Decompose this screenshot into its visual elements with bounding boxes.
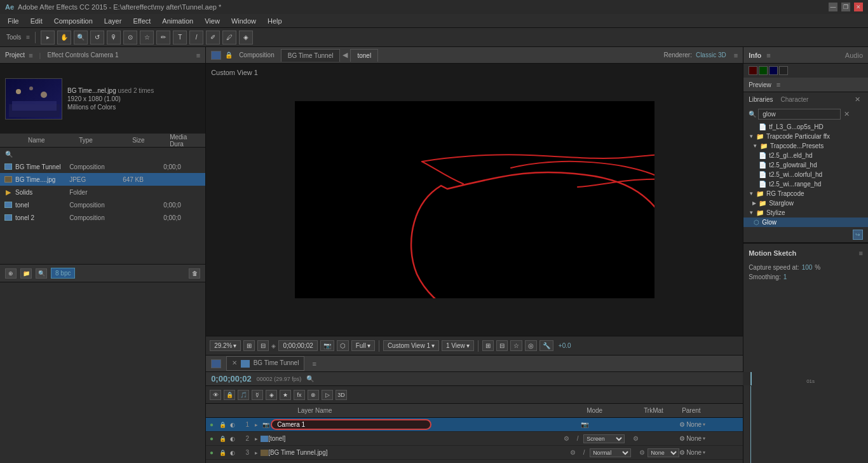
menu-help[interactable]: Help: [262, 16, 287, 26]
glow-apply-button[interactable]: ↪: [853, 230, 863, 240]
orbit-tool[interactable]: ⊙: [123, 31, 137, 45]
color-btn[interactable]: ⬡: [337, 340, 349, 351]
clone-tool[interactable]: ✐: [206, 31, 220, 45]
tl-quality-btn[interactable]: ★: [280, 390, 291, 400]
layer-visibility-tonel[interactable]: ●: [206, 435, 217, 442]
tl-adj-btn[interactable]: ▷: [322, 390, 333, 400]
view-select[interactable]: Custom View 1: [383, 340, 439, 351]
camera-icon-btn[interactable]: 📷: [320, 340, 334, 351]
new-item-button[interactable]: ⊕: [5, 268, 17, 279]
project-item-tonel[interactable]: tonel Composition 0;00;0: [0, 198, 205, 211]
lib-item-stylize[interactable]: ▼ 📁 Stylize: [743, 208, 868, 218]
lib-item-glowtrail[interactable]: 📄 t2.5_glowtrail_hd: [743, 160, 868, 170]
tl-lock-btn[interactable]: 🔒: [224, 390, 235, 400]
hand-tool[interactable]: ✋: [57, 31, 71, 45]
tab-bg-time-tunnel[interactable]: BG Time Tunnel: [281, 49, 341, 62]
new-folder-button[interactable]: 📁: [20, 268, 32, 279]
tl-3d-btn[interactable]: 3D: [336, 390, 347, 400]
project-item-solids[interactable]: ▶ Solids Folder: [0, 186, 205, 198]
menu-animation[interactable]: Animation: [157, 16, 198, 26]
zoom-tool[interactable]: 🔍: [74, 31, 88, 45]
lib-item-glow[interactable]: ⬡ Glow: [743, 218, 868, 227]
menu-effect[interactable]: Effect: [128, 16, 156, 26]
titlebar-controls[interactable]: — ❐ ✕: [829, 3, 863, 11]
grid-button[interactable]: ⊟: [257, 340, 269, 351]
resolution-control[interactable]: ⊞: [243, 340, 255, 351]
full-resolution-btn[interactable]: Full: [351, 340, 375, 351]
search-button[interactable]: 🔍: [36, 268, 47, 279]
brush-tool[interactable]: /: [189, 31, 203, 45]
restore-button[interactable]: ❐: [841, 3, 850, 11]
layer-lock-bg[interactable]: 🔒: [217, 450, 227, 456]
layer-mode-select-bg[interactable]: Normal Screen: [590, 448, 631, 457]
trk-mat-select-bg[interactable]: None: [648, 448, 679, 457]
layer-row-bg[interactable]: ● 🔒 ◐ 3 ▸ [BG Time Tunnel.jpg] ⚙ / Norma: [206, 446, 743, 460]
lib-item-tf-l3[interactable]: 📄 tf_L3_G...op5s_HD: [743, 122, 868, 132]
mask-tool[interactable]: ☆: [140, 31, 154, 45]
layer-row-tonel[interactable]: ● 🔒 ◐ 2 ▸ [tonel] ⚙ / Screen: [206, 432, 743, 446]
tl-collapse-btn[interactable]: ◈: [266, 390, 277, 400]
timeline-tab-tonel[interactable]: ✕ BG Time Tunnel: [226, 356, 304, 370]
layer-row-camera[interactable]: ● 🔒 ◐ 1 ▸ 📷 Camera 1 📷: [206, 418, 743, 432]
search-timeline-icon[interactable]: 🔍: [306, 375, 314, 382]
camera-ctrl-5[interactable]: 🔧: [539, 340, 553, 351]
renderer-value[interactable]: Classic 3D: [696, 52, 726, 59]
timecode-control[interactable]: 0;00;00;02: [278, 340, 317, 351]
libraries-close-icon[interactable]: ✕: [852, 95, 863, 104]
bpc-badge[interactable]: 8 bpc: [51, 268, 75, 279]
preview-menu-icon[interactable]: ≡: [776, 81, 780, 88]
text-tool[interactable]: T: [173, 31, 187, 45]
capture-speed-value[interactable]: 100: [802, 264, 813, 271]
comp-menu-icon[interactable]: ≡: [734, 52, 738, 59]
layer-solo-tonel[interactable]: ◐: [227, 436, 238, 442]
layer-lock-camera[interactable]: 🔒: [217, 422, 227, 428]
info-menu-icon[interactable]: ≡: [766, 52, 770, 59]
rotate-tool[interactable]: ↺: [90, 31, 104, 45]
layer-expand-camera[interactable]: ▸: [252, 422, 261, 428]
camera-ctrl-2[interactable]: ⊟: [496, 340, 508, 351]
menu-edit[interactable]: Edit: [25, 16, 48, 26]
layer-visibility-bg[interactable]: ●: [206, 449, 217, 456]
layer-name-tonel[interactable]: [tonel]: [268, 435, 414, 442]
menu-file[interactable]: File: [3, 16, 24, 26]
smoothing-value[interactable]: 1: [783, 273, 787, 280]
lib-item-t2-gleld[interactable]: 📄 t2.5_gl...eld_hd: [743, 151, 868, 160]
search-clear-icon[interactable]: ✕: [844, 110, 850, 118]
layer-visibility-camera[interactable]: ●: [206, 421, 217, 428]
project-item-selected[interactable]: BG Time....jpg JPEG 647 KB: [0, 173, 205, 186]
camera-ctrl-3[interactable]: ☆: [510, 340, 522, 351]
minimize-button[interactable]: —: [829, 3, 837, 11]
layer-solo-camera[interactable]: ◐: [227, 422, 238, 428]
close-button[interactable]: ✕: [854, 3, 863, 11]
motion-sketch-menu-icon[interactable]: ≡: [859, 249, 863, 257]
audio-tab[interactable]: Audio: [845, 52, 863, 59]
select-tool[interactable]: ▸: [41, 31, 55, 45]
menu-view[interactable]: View: [200, 16, 225, 26]
lib-item-trapcode-ffx[interactable]: ▼ 📁 Trapcode Particular ffx: [743, 132, 868, 141]
library-search-input[interactable]: [758, 109, 841, 120]
pen-tool[interactable]: ✏: [156, 31, 170, 45]
lib-item-wi-range[interactable]: 📄 t2.5_wi...range_hd: [743, 179, 868, 189]
eraser-tool[interactable]: 🖊: [222, 31, 236, 45]
timeline-menu-icon[interactable]: ≡: [309, 360, 318, 368]
camera-ctrl-1[interactable]: ⊞: [482, 340, 494, 351]
camera-tool[interactable]: 🎙: [107, 31, 121, 45]
playhead[interactable]: [750, 372, 752, 385]
toolbar-menu-icon[interactable]: ≡: [26, 34, 30, 41]
trash-button[interactable]: 🗑: [189, 268, 200, 279]
lib-item-starglow[interactable]: ▶ 📁 Starglow: [743, 198, 868, 208]
layer-name-camera[interactable]: Camera 1: [271, 419, 431, 430]
lib-item-wi-olorful[interactable]: 📄 t2.5_wi...olorful_hd: [743, 170, 868, 179]
info-tab[interactable]: Info: [749, 52, 761, 59]
tl-solo-btn[interactable]: 🎵: [238, 390, 249, 400]
layer-lock-tonel[interactable]: 🔒: [217, 436, 227, 442]
tl-shy-btn[interactable]: ☿: [252, 390, 263, 400]
zoom-control[interactable]: 29.2%: [210, 340, 241, 351]
project-item-tonel2[interactable]: tonel 2 Composition 0;00;0: [0, 211, 205, 224]
view-count[interactable]: 1 View: [442, 340, 474, 351]
tl-effect-btn[interactable]: fx: [294, 390, 305, 400]
timecode-display[interactable]: 0;00;00;02: [211, 374, 252, 384]
layer-expand-tonel[interactable]: ▸: [252, 436, 261, 442]
menu-layer[interactable]: Layer: [99, 16, 127, 26]
menu-window[interactable]: Window: [226, 16, 261, 26]
